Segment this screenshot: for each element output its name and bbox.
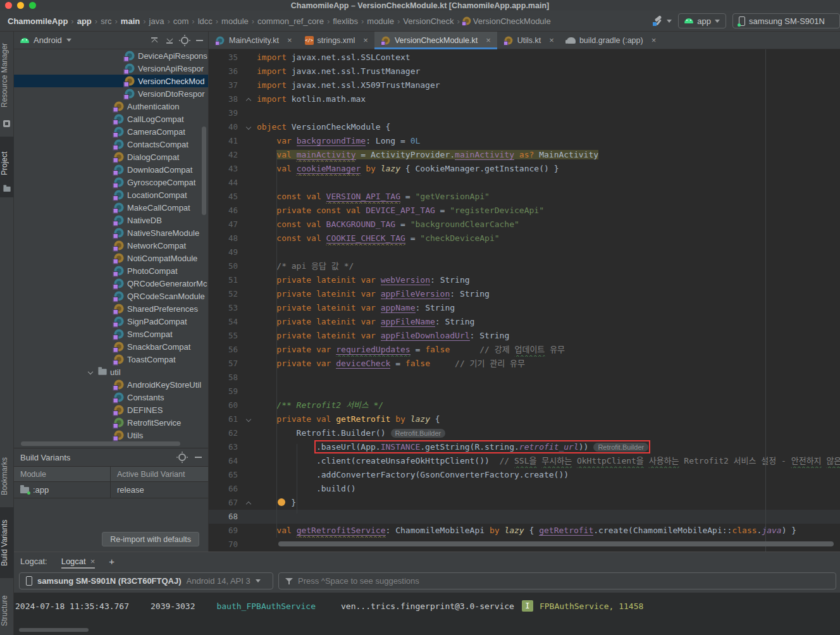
line-number[interactable]: 40 [209,120,238,134]
line-number-gutter[interactable]: 47 [209,218,257,231]
code-line[interactable]: 55 private lateinit var appFileDownloadU… [209,329,840,343]
tree-item[interactable]: LocationCompat [14,188,208,201]
breadcrumb-item[interactable]: VersionCheckModule [473,16,551,26]
code-area[interactable]: 35import javax.net.ssl.SSLContext36impor… [209,49,840,552]
line-number[interactable]: 56 [209,343,238,357]
tree-item[interactable]: DialogCompat [14,151,208,163]
reimport-defaults-button[interactable]: Re-import with defaults [102,532,199,546]
code-line[interactable]: 36import javax.net.ssl.TrustManager [209,65,840,78]
tree-item[interactable]: ContactsCompat [14,138,208,151]
code-line[interactable]: 51 private lateinit var webVersion: Stri… [209,273,840,287]
line-number-gutter[interactable]: 48 [209,231,257,245]
code-line[interactable]: 35import javax.net.ssl.SSLContext [209,51,840,65]
line-number[interactable]: 42 [209,148,238,162]
tree-item[interactable]: NotiCompatModule [14,252,208,264]
line-number-gutter[interactable]: 39 [209,106,257,120]
line-number-gutter[interactable]: 50 [209,259,257,273]
toolstrip-bookmarks[interactable]: Bookmarks [0,449,14,503]
hide-panel-icon[interactable] [195,457,202,458]
logcat-tab[interactable]: Logcat × [61,552,96,570]
line-number-gutter[interactable]: 67 [209,496,257,510]
logcat-output[interactable]: 2024-07-18 11:35:43.767 2039-3032 bauth_… [14,593,840,635]
line-number[interactable]: 57 [209,357,238,371]
quickfix-bulb-icon[interactable] [278,498,285,506]
logcat-filter-input[interactable]: Press ^Space to see suggestions [278,572,836,589]
tree-item[interactable]: RetrofitService [14,416,208,429]
code-line[interactable]: 46 private const val DEVICE_API_TAG = "r… [209,204,840,218]
line-number-gutter[interactable]: 64 [209,454,257,468]
code-line[interactable]: 69 val getRetrofitService: ChamomileMobi… [209,524,840,538]
line-number[interactable]: 36 [209,65,238,78]
code-line[interactable]: 49 [209,245,840,259]
logcat-horizontal-scrollbar[interactable] [19,628,89,632]
line-number[interactable]: 52 [209,287,238,301]
code-line[interactable]: 44 [209,176,840,190]
editor-tab[interactable]: </>strings.xml× [299,32,374,49]
line-number-gutter[interactable]: 60 [209,398,257,412]
code-line[interactable]: 58 [209,371,840,385]
code-line[interactable]: 50 /* api 응답 값 */ [209,259,840,273]
line-number[interactable]: 51 [209,273,238,287]
code-line[interactable]: 57 private var deviceCheck = false // 기기… [209,357,840,371]
editor-tab[interactable]: VersionCheckModule.kt× [374,32,497,49]
code-line[interactable]: 59 [209,385,840,398]
line-number-gutter[interactable]: 46 [209,204,257,218]
toolstrip-structure[interactable]: Structure [0,587,14,635]
fold-marker-icon[interactable] [246,98,251,103]
tree-item[interactable]: CameraCompat [14,125,208,138]
tree-item[interactable]: Utils [14,429,208,441]
line-number-gutter[interactable]: 70 [209,538,257,552]
code-line[interactable]: 65 .addConverterFactory(GsonConverterFac… [209,468,840,482]
chevron-down-icon[interactable] [66,39,71,42]
code-line[interactable]: 52 private lateinit var appFileVersion: … [209,287,840,301]
active-variant-value[interactable]: release [111,482,208,498]
select-opened-file-icon[interactable] [151,37,158,44]
line-number[interactable]: 46 [209,204,238,218]
close-tab-icon[interactable]: × [363,35,368,45]
code-line[interactable]: 61 private val getRetrofit by lazy { [209,412,840,426]
line-number-gutter[interactable]: 49 [209,245,257,259]
line-number-gutter[interactable]: 59 [209,385,257,398]
editor-tab[interactable]: build.gradle (:app)× [560,32,662,49]
line-number-gutter[interactable]: 44 [209,176,257,190]
editor-horizontal-scrollbar[interactable] [278,541,834,546]
logcat-device-select[interactable]: samsung SM-S901N (R3CT60FTQAJ) Android 1… [19,572,273,589]
close-tab-icon[interactable]: × [486,35,491,45]
fold-marker-icon[interactable] [246,125,251,130]
gear-icon[interactable] [178,453,186,461]
line-number[interactable]: 66 [209,482,238,496]
line-number-gutter[interactable]: 62 [209,426,257,440]
code-line[interactable]: 45 const val VERSION_API_TAG = "getVersi… [209,190,840,204]
build-dropdown-icon[interactable] [667,20,672,23]
code-line[interactable]: 39 [209,106,840,120]
breadcrumb-item[interactable]: com [173,16,189,26]
code-line[interactable]: 62 Retrofit.Builder()Retrofit.Builder [209,426,840,440]
close-tab-icon[interactable]: × [549,35,554,45]
line-number-gutter[interactable]: 58 [209,371,257,385]
tree-item[interactable]: MakeCallCompat [14,201,208,214]
code-line[interactable]: 67 } [209,496,840,510]
line-number-gutter[interactable]: 52 [209,287,257,301]
code-line[interactable]: 40object VersionCheckModule { [209,120,840,134]
tree-item[interactable]: DEFINES [14,404,208,416]
line-number-gutter[interactable]: 61 [209,412,257,426]
line-number[interactable]: 64 [209,454,238,468]
line-number-gutter[interactable]: 41 [209,134,257,148]
line-number-gutter[interactable]: 66 [209,482,257,496]
tree-horizontal-scrollbar[interactable] [21,441,180,446]
line-number[interactable]: 58 [209,371,238,385]
tree-item[interactable]: NativeShareModule [14,226,208,239]
code-line[interactable]: 68 [209,510,840,524]
line-number[interactable]: 62 [209,426,238,440]
breadcrumb-item[interactable]: app [77,16,92,26]
breadcrumb-item[interactable]: ldcc [198,16,213,26]
line-number-gutter[interactable]: 51 [209,273,257,287]
close-tab-icon[interactable]: × [287,35,292,45]
line-number-gutter[interactable]: 45 [209,190,257,204]
tree-item[interactable]: QRCodeGeneratorMc [14,277,208,290]
tree-item[interactable]: VersionCheckMod [14,75,208,87]
tree-vertical-scrollbar[interactable] [202,126,206,215]
line-number[interactable]: 44 [209,176,238,190]
line-number-gutter[interactable]: 69 [209,524,257,538]
code-line[interactable]: 42 val mainActivity = ActivityProvider.m… [209,148,840,162]
